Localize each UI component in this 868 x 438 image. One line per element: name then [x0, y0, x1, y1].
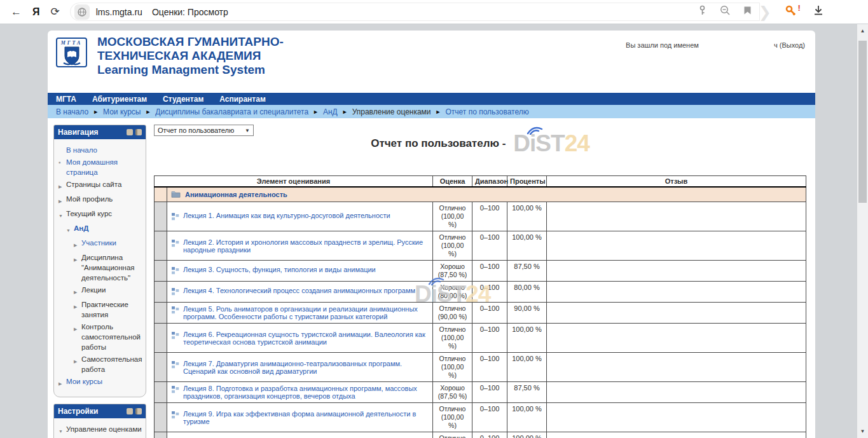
breadcrumb-separator: ►: [436, 109, 441, 115]
nav-link-абитуриентам[interactable]: Абитуриентам: [92, 95, 147, 104]
grades-table-body: Анимационная деятельностьЛекция 1. Анима…: [155, 187, 806, 438]
collapsed-arrow-icon[interactable]: ▶: [59, 194, 66, 207]
range-cell: 0–100: [472, 261, 507, 282]
back-icon[interactable]: ←: [11, 6, 22, 17]
breadcrumb-item[interactable]: Дисциплины бакалавриата и специалитета: [155, 107, 308, 116]
range-cell: 0–100: [472, 303, 507, 324]
zoom-out-icon[interactable]: [720, 5, 731, 18]
hide-block-icon[interactable]: [127, 129, 133, 135]
grade-cell: Отлично(90,00 %): [433, 303, 472, 324]
download-icon[interactable]: [813, 5, 823, 18]
item-name-cell: Лекция 2. История и хронология массовых …: [167, 231, 433, 261]
range-cell: 0–100: [472, 202, 507, 231]
item-name-cell: Лекция 3. Сущность, функция, типология и…: [167, 261, 433, 282]
feedback-cell: [547, 353, 806, 382]
grade-item-link[interactable]: Лекция 8. Подготовка и разработка анимац…: [183, 385, 429, 400]
password-key-icon[interactable]: [698, 5, 707, 18]
expanded-arrow-icon[interactable]: ▼: [66, 223, 74, 236]
grade-item-link[interactable]: Лекция 3. Сущность, функция, типология и…: [183, 266, 376, 273]
breadcrumb-item: Управление оценками: [352, 107, 431, 116]
url-text[interactable]: lms.mgta.ru: [96, 7, 142, 17]
sidebar-item: ▶Мой профиль: [59, 194, 143, 207]
percent-cell: 100,00 %: [507, 353, 547, 382]
grade-item-row: Лекция 1. Анимация как вид культурно-дос…: [155, 202, 806, 231]
table-header-row: Элемент оценивания Оценка Диапазон Проце…: [155, 176, 806, 188]
feedback-cell: [547, 432, 806, 438]
breadcrumb-item[interactable]: АнД: [323, 107, 338, 116]
dock-block-icon[interactable]: [135, 408, 142, 414]
grade-item-link[interactable]: Лекция 5. Роль аниматоров в организации …: [183, 305, 429, 320]
grade-item-row: Лекция 3. Сущность, функция, типология и…: [155, 261, 806, 282]
feedback-cell: [547, 303, 806, 324]
sidebar-item: ▼Управление оценками: [59, 424, 143, 437]
grade-cell: Отлично(100,00 %): [433, 432, 472, 438]
password-alert-icon[interactable]: !: [785, 5, 797, 19]
nav-link-мгта[interactable]: МГТА: [56, 95, 76, 104]
sidebar-item-label: Самостоятельная работа: [81, 354, 143, 374]
grade-item-link[interactable]: Лекция 9. Игра как эффективная форма ани…: [183, 410, 429, 425]
vertical-scrollbar[interactable]: ▲ ▼: [857, 24, 868, 438]
logout-link[interactable]: ч (Выход): [774, 41, 805, 49]
scroll-up-icon[interactable]: ▲: [857, 28, 868, 34]
col-header-feedback: Отзыв: [547, 176, 806, 188]
scroll-down-icon[interactable]: ▼: [857, 428, 868, 434]
dock-block-icon[interactable]: [135, 129, 142, 135]
percent-cell: 100,00 %: [507, 403, 547, 432]
grade-item-link[interactable]: Лекция 2. История и хронология массовых …: [183, 238, 429, 254]
grade-item-link[interactable]: Лекция 1. Анимация как вид культурно-дос…: [183, 212, 390, 219]
grade-cell: Хорошо(87,50 %): [433, 382, 472, 403]
address-bar[interactable]: lms.mgta.ru Оценки: Просмотр: [70, 3, 760, 21]
percent-cell: 80,00 %: [507, 282, 547, 303]
collapsed-arrow-icon[interactable]: ▶: [74, 238, 81, 250]
lesson-icon: [171, 212, 179, 222]
bookmark-icon[interactable]: [743, 6, 752, 18]
collapsed-arrow-icon[interactable]: ▶: [74, 354, 81, 374]
refresh-icon[interactable]: ⟳: [51, 6, 60, 17]
nav-link-студентам[interactable]: Студентам: [163, 95, 203, 104]
sidebar-item: В начало: [59, 145, 143, 155]
lesson-icon: [171, 239, 179, 249]
grade-cell: Отлично(100,00 %): [433, 324, 472, 353]
settings-tree: ▼Управление оценкамиОбзорный отчетОтчет …: [54, 418, 146, 438]
sidebar-item-label[interactable]: Моя домашняя страница: [66, 157, 143, 177]
academy-title-line1: МОСКОВСКАЯ ГУМАНИТАРНО-: [97, 35, 284, 49]
sidebar-item-label: Мой профиль: [66, 194, 113, 207]
collapsed-arrow-icon[interactable]: ▶: [74, 322, 81, 352]
feedback-cell: [547, 231, 806, 261]
grades-table: Элемент оценивания Оценка Диапазон Проце…: [154, 175, 806, 438]
breadcrumb-item[interactable]: Мои курсы: [103, 107, 141, 116]
scrollbar-thumb[interactable]: [858, 41, 867, 203]
academy-logo: МГТА: [56, 38, 87, 67]
row-indent: [155, 231, 167, 261]
collapsed-arrow-icon[interactable]: ▶: [74, 252, 81, 283]
category-link[interactable]: Анимационная деятельность: [185, 191, 287, 198]
row-indent: [155, 303, 167, 324]
sidebar-item-label[interactable]: Участники: [81, 238, 116, 250]
hide-block-icon[interactable]: [127, 408, 133, 414]
sidebar-item-label[interactable]: В начало: [66, 145, 97, 155]
breadcrumb-item[interactable]: Отчет по пользователю: [446, 107, 529, 116]
expanded-arrow-icon[interactable]: ▼: [59, 424, 66, 437]
grade-item-link[interactable]: Лекция 7. Драматургия анимационно-театра…: [183, 360, 429, 375]
feedback-cell: [547, 202, 806, 231]
grade-item-link[interactable]: Лекция 4. Технологический процесс создан…: [183, 287, 415, 294]
category-cell: Анимационная деятельность: [167, 187, 806, 202]
nav-link-аспирантам[interactable]: Аспирантам: [219, 95, 266, 104]
grade-cell: Отлично(100,00 %): [433, 403, 472, 432]
grade-item-link[interactable]: Лекция 6. Рекреационная сущность туристс…: [183, 331, 429, 346]
address-bar-edge: ❯: [759, 3, 771, 21]
breadcrumb-item[interactable]: В начало: [56, 107, 88, 116]
breadcrumb-separator: ►: [145, 109, 151, 115]
grade-item-row: Лекция 4. Технологический процесс создан…: [155, 282, 806, 303]
sidebar-item-label: Лекции: [81, 285, 106, 298]
collapsed-arrow-icon[interactable]: ▶: [74, 299, 81, 320]
sidebar-item-label[interactable]: Мои курсы: [66, 376, 102, 389]
expanded-arrow-icon[interactable]: ▼: [59, 209, 66, 221]
breadcrumb-separator: ►: [313, 109, 319, 115]
lesson-icon: [171, 411, 179, 420]
sidebar-item-label[interactable]: АнД: [74, 223, 88, 236]
yandex-logo-icon[interactable]: Я: [32, 7, 40, 17]
collapsed-arrow-icon[interactable]: ▶: [74, 285, 81, 298]
collapsed-arrow-icon[interactable]: ▶: [59, 179, 66, 192]
collapsed-arrow-icon[interactable]: ▶: [59, 376, 66, 389]
